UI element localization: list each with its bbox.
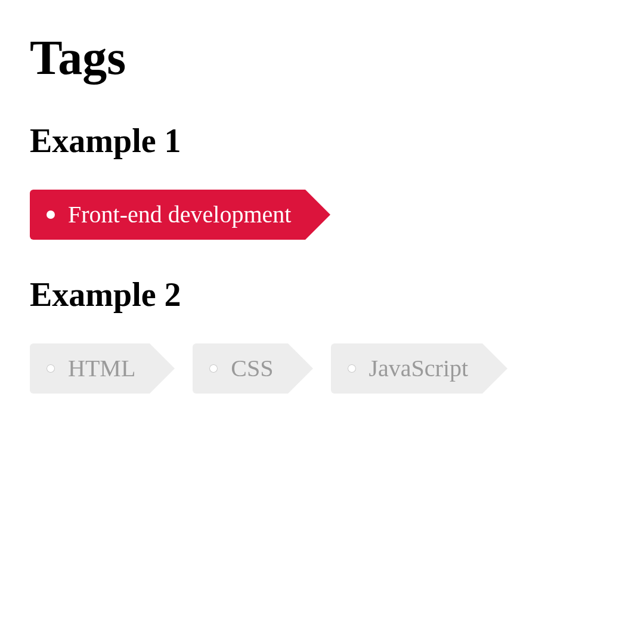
tag-html[interactable]: HTML xyxy=(30,343,150,394)
tag-label: Front-end development xyxy=(68,203,291,227)
example-1-heading: Example 1 xyxy=(30,122,614,160)
example-1-tags: Front-end development xyxy=(30,190,614,240)
example-2-tags: HTML CSS JavaScript xyxy=(30,343,614,394)
example-2-heading: Example 2 xyxy=(30,275,614,314)
tag-javascript[interactable]: JavaScript xyxy=(331,343,483,394)
tag-front-end-development[interactable]: Front-end development xyxy=(30,190,305,240)
tag-label: HTML xyxy=(68,357,135,380)
page-title: Tags xyxy=(30,30,614,86)
tag-label: CSS xyxy=(231,357,273,380)
tag-css[interactable]: CSS xyxy=(193,343,287,394)
tag-label: JavaScript xyxy=(369,357,469,380)
tag-dot-icon xyxy=(348,364,356,373)
tag-dot-icon xyxy=(209,364,218,373)
tag-dot-icon xyxy=(47,210,55,219)
tag-dot-icon xyxy=(47,364,55,373)
